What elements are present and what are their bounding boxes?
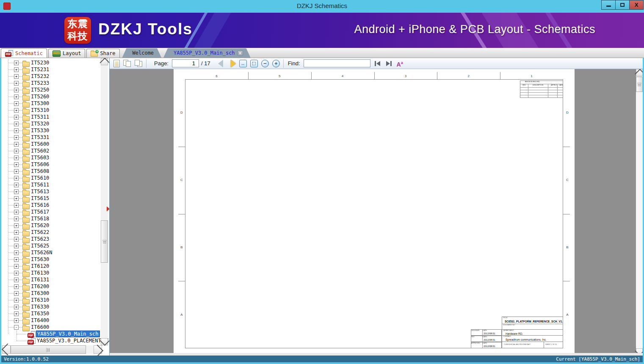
viewer-vertical-scrollbar[interactable] (636, 69, 643, 356)
tree-expander-icon[interactable]: + (14, 122, 19, 126)
tree-expander-icon[interactable]: + (14, 162, 19, 167)
tree-folder-row[interactable]: +IT6200 (1, 283, 108, 290)
tree-expander-icon[interactable]: + (14, 250, 19, 255)
tree-folder-row[interactable]: +IT5310 (1, 107, 108, 114)
tree-expander-icon[interactable]: + (14, 291, 19, 296)
scroll-up-button[interactable] (101, 58, 108, 65)
tree-expander-icon[interactable]: + (14, 311, 19, 316)
previous-page-button[interactable] (218, 60, 223, 67)
tree-folder-row[interactable]: +IT5250 (1, 86, 108, 93)
tree-folder-row[interactable]: +IT5233 (1, 80, 108, 86)
tab-share[interactable]: + Share (86, 49, 119, 58)
tree-folder-row[interactable]: +IT5615 (1, 195, 108, 202)
tree-expander-icon[interactable]: + (14, 61, 19, 65)
tree-folder-row[interactable]: +IT5625 (1, 242, 108, 249)
single-page-view-icon[interactable] (113, 60, 120, 67)
two-page-view-icon[interactable] (123, 60, 131, 67)
tree-expander-icon[interactable]: + (14, 149, 19, 153)
tree-expander-icon[interactable]: + (14, 244, 19, 248)
tree-folder-row[interactable]: +IT5622 (1, 229, 108, 236)
fit-width-button[interactable]: ↔ (239, 60, 247, 67)
tree-folder-row[interactable]: +IT6350 (1, 310, 108, 317)
tree-expander-icon[interactable]: + (14, 203, 19, 208)
tree-expander-icon[interactable]: + (14, 128, 19, 133)
tree-vertical-scrollbar[interactable] (101, 58, 108, 345)
next-page-button[interactable] (231, 60, 236, 67)
viewer-scroll-up-button[interactable] (636, 69, 643, 76)
tree-expander-icon[interactable]: + (14, 257, 19, 262)
page-number-input[interactable] (172, 59, 199, 67)
tree-expander-icon[interactable]: + (14, 278, 19, 282)
maximize-button[interactable] (615, 0, 630, 10)
tree-folder-row[interactable]: +IT5600 (1, 141, 108, 147)
find-previous-button[interactable] (374, 61, 381, 67)
tree-expander-icon[interactable]: + (14, 305, 19, 309)
zoom-out-button[interactable]: − (261, 60, 269, 67)
tree-folder-row[interactable]: +IT5603 (1, 154, 108, 161)
tree-folder-row[interactable]: +IT5613 (1, 188, 108, 195)
tree-expander-icon[interactable]: + (14, 115, 19, 119)
tree-folder-row[interactable]: +IT5311 (1, 114, 108, 120)
tree-expander-icon[interactable]: + (14, 217, 19, 221)
tree-folder-row[interactable]: +IT5618 (1, 215, 108, 222)
tree-folder-row[interactable]: +IT5623 (1, 236, 108, 242)
scroll-right-button[interactable] (94, 345, 102, 354)
tree-folder-row[interactable]: +IT5630 (1, 256, 108, 263)
tree-expander-icon[interactable]: + (14, 183, 19, 187)
tree-folder-row[interactable]: +IT6310 (1, 297, 108, 303)
tree-expander-icon[interactable]: - (14, 325, 19, 330)
tree-document-row[interactable]: PDFYA855P_V3.0_PLACEMENT_130 (1, 337, 108, 344)
tree-folder-row[interactable]: +IT5300 (1, 100, 108, 107)
tree-folder-row[interactable]: +IT5230 (1, 59, 108, 66)
fit-page-button[interactable] (250, 60, 258, 67)
scroll-left-button[interactable] (2, 345, 11, 354)
tree-folder-row[interactable]: +IT5232 (1, 73, 108, 80)
continuous-view-icon[interactable] (135, 60, 143, 67)
tree-expander-icon[interactable]: + (14, 196, 19, 201)
tree-expander-icon[interactable]: + (14, 108, 19, 113)
tab-layout[interactable]: PADS Layout (48, 49, 85, 58)
tree-folder-row[interactable]: +IT5610 (1, 175, 108, 181)
tree-hscroll-thumb[interactable] (11, 345, 86, 354)
close-button[interactable]: X (629, 0, 644, 10)
tree-folder-row[interactable]: +IT6300 (1, 290, 108, 297)
tree-expander-icon[interactable]: + (14, 230, 19, 235)
tree-document-row[interactable]: PDFYA855P_V3.0_Main_sch (1, 331, 108, 337)
tree-vscroll-thumb[interactable] (101, 220, 108, 263)
schematic-canvas[interactable]: REVISION RECORDREVDESCRIPTIONAPPROVEDDAT… (110, 69, 643, 356)
tree-folder-row[interactable]: +IT5320 (1, 120, 108, 127)
tree-folder-row[interactable]: +IT6400 (1, 317, 108, 324)
tree-folder-row[interactable]: +IT5231 (1, 66, 108, 73)
tree-expander-icon[interactable]: + (14, 135, 19, 140)
tree-expander-icon[interactable]: + (14, 298, 19, 303)
minimize-button[interactable] (601, 0, 616, 10)
tree-folder-row[interactable]: +IT6131 (1, 276, 108, 283)
tree-expander-icon[interactable]: + (14, 74, 19, 79)
tree-expander-icon[interactable]: + (14, 210, 19, 214)
tree-folder-row[interactable]: +IT6330 (1, 303, 108, 310)
tree-expander-icon[interactable]: + (14, 67, 19, 72)
tree-folder-row[interactable]: +IT5602 (1, 147, 108, 154)
tree-folder-row[interactable]: +IT5331 (1, 134, 108, 141)
tree-folder-row[interactable]: +IT5330 (1, 127, 108, 134)
text-size-button[interactable]: Aa (397, 60, 403, 67)
tree-folder-row[interactable]: +IT5611 (1, 181, 108, 188)
viewer-vscroll-thumb[interactable] (636, 77, 643, 92)
tab-schematic[interactable]: PDF Schematic (1, 48, 47, 58)
tree-expander-icon[interactable]: + (14, 169, 19, 174)
scroll-down-button[interactable] (101, 338, 108, 345)
find-input[interactable] (304, 59, 370, 67)
zoom-in-button[interactable]: + (272, 60, 280, 67)
tree-folder-row[interactable]: +IT5617 (1, 208, 108, 215)
tree-folder-row[interactable]: +IT5616 (1, 202, 108, 208)
tree-expander-icon[interactable]: + (14, 81, 19, 86)
tree-expander-icon[interactable]: + (14, 264, 19, 269)
tree-horizontal-scrollbar[interactable] (1, 345, 102, 354)
tree-folder-row[interactable]: +IT6120 (1, 263, 108, 270)
tree-expander-icon[interactable]: + (14, 88, 19, 92)
tree-expander-icon[interactable]: + (14, 284, 19, 289)
tree-folder-row[interactable]: +IT5606 (1, 161, 108, 168)
tree-folder-row[interactable]: +IT6130 (1, 270, 108, 276)
tree-expander-icon[interactable]: + (14, 271, 19, 275)
doc-tab-main-sch[interactable]: YA855P_V3.0_Main_sch x (163, 48, 251, 58)
